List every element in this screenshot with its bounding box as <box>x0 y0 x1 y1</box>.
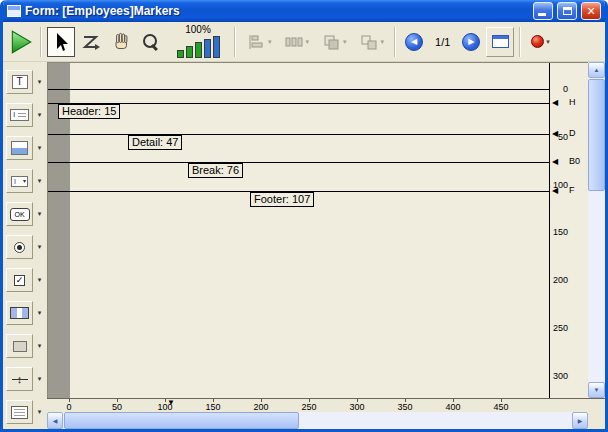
footer-marker-label[interactable]: Footer: 107 <box>250 192 314 207</box>
hand-tool-button[interactable] <box>107 27 135 57</box>
layer-dropdown-icon[interactable]: ▾ <box>343 38 347 46</box>
ruler-tick-mark <box>309 399 310 402</box>
vertical-scrollbar[interactable]: ▲ ▼ <box>588 62 605 398</box>
break-marker-handle-icon[interactable]: ◀ <box>552 157 558 167</box>
execute-form-button[interactable] <box>7 27 35 57</box>
close-button[interactable]: ✕ <box>581 2 601 20</box>
align-icon <box>246 32 266 52</box>
zoom-tool-button[interactable] <box>137 27 165 57</box>
checkbox-tool-icon: ✓ <box>14 275 25 286</box>
mode-dropdown-icon[interactable]: ▾ <box>546 38 550 46</box>
rectangle-tool-button[interactable] <box>6 334 33 358</box>
scroll-right-button[interactable]: ▶ <box>572 412 588 429</box>
scroll-up-button[interactable]: ▲ <box>588 62 605 78</box>
radio-button-tool-button[interactable] <box>6 235 33 259</box>
break-marker-letter: B0 <box>569 156 580 167</box>
header-marker-line[interactable] <box>48 103 549 104</box>
ruler-cursor-icon: ▼ <box>167 398 175 407</box>
footer-marker-letter: F <box>569 185 575 196</box>
distribute-menu-button[interactable]: ▾ <box>284 32 310 52</box>
ruler-tick-mark <box>453 399 454 402</box>
radio-button-tool-dropdown[interactable]: ▾ <box>35 243 44 251</box>
align-dropdown-icon[interactable]: ▾ <box>268 38 272 46</box>
combo-box-tool-button[interactable]: I <box>6 169 33 193</box>
zoom-bar[interactable] <box>177 50 184 58</box>
distribute-dropdown-icon[interactable]: ▾ <box>306 38 310 46</box>
list-box-tool-dropdown[interactable]: ▾ <box>35 408 44 416</box>
zoom-bar[interactable] <box>213 36 220 58</box>
scroll-left-icon: ◀ <box>53 418 58 424</box>
splitter-tool-dropdown[interactable]: ▾ <box>35 375 44 383</box>
header-marker-handle-icon[interactable]: ◀ <box>552 98 558 108</box>
zoom-control[interactable]: 100% <box>167 24 229 60</box>
toolbar-separator <box>234 27 236 57</box>
duplicate-dropdown-icon[interactable]: ▾ <box>381 38 385 46</box>
maximize-button[interactable] <box>557 2 577 20</box>
select-tool-button[interactable] <box>47 27 75 57</box>
tab-control-tool-dropdown[interactable]: ▾ <box>35 309 44 317</box>
magnifier-icon <box>141 32 161 52</box>
field-tool-dropdown[interactable]: ▾ <box>35 111 44 119</box>
align-menu-button[interactable]: ▾ <box>246 32 272 52</box>
zoom-bar[interactable] <box>195 42 202 58</box>
pointer-icon <box>50 31 72 53</box>
rectangle-tool-dropdown[interactable]: ▾ <box>35 342 44 350</box>
button-tool-dropdown[interactable]: ▾ <box>35 210 44 218</box>
ruler-tick-mark <box>261 399 262 402</box>
break-marker-line[interactable] <box>48 162 549 163</box>
form-editor-area: ◀H◀D◀B0◀F050100150200250300 Header: 15De… <box>47 62 605 429</box>
horizontal-ruler: 050100150200250300350400450▼ <box>47 398 588 412</box>
scroll-left-button[interactable]: ◀ <box>47 412 63 429</box>
entry-order-tool-button[interactable] <box>77 27 105 57</box>
next-page-button[interactable]: ▶ <box>462 33 480 51</box>
duplicate-menu-button[interactable]: ▾ <box>359 32 385 52</box>
scroll-right-icon: ▶ <box>578 418 583 424</box>
vertical-ruler-tick: 150 <box>551 227 568 237</box>
tab-control-tool-button[interactable] <box>6 301 33 325</box>
splitter-tool-button[interactable]: ↕ <box>6 367 33 391</box>
horizontal-ruler-tick: 50 <box>107 402 127 412</box>
next-page-icon: ▶ <box>468 38 474 46</box>
zoom-bar[interactable] <box>186 46 193 58</box>
zoom-bars-icon[interactable] <box>177 36 220 58</box>
list-box-tool-button[interactable] <box>6 400 33 424</box>
field-tool-icon: I <box>10 109 29 121</box>
header-marker-label[interactable]: Header: 15 <box>58 104 120 119</box>
previous-page-button[interactable]: ◀ <box>405 33 423 51</box>
splitter-tool-row: ↕ ▾ <box>6 367 44 391</box>
layer-menu-button[interactable]: ▾ <box>321 32 347 52</box>
text-tool-dropdown[interactable]: ▾ <box>35 78 44 86</box>
display-form-button[interactable] <box>486 27 514 57</box>
break-marker-label[interactable]: Break: 76 <box>188 163 243 178</box>
ruler-tick-mark <box>357 399 358 402</box>
splitter-tool-icon: ↕ <box>12 371 28 387</box>
checkbox-tool-dropdown[interactable]: ▾ <box>35 276 44 284</box>
zoom-bar[interactable] <box>204 39 211 58</box>
checkbox-tool-button[interactable]: ✓ <box>6 268 33 292</box>
horizontal-ruler-tick: 200 <box>251 402 271 412</box>
horizontal-scrollbar[interactable]: ◀ ▶ <box>47 412 588 429</box>
minimize-button[interactable] <box>533 2 553 20</box>
group-box-tool-button[interactable] <box>6 136 33 160</box>
form-top-line <box>48 89 549 90</box>
horizontal-ruler-tick: 250 <box>299 402 319 412</box>
detail-marker-label[interactable]: Detail: 47 <box>128 135 182 150</box>
text-tool-button[interactable]: T <box>6 70 33 94</box>
button-tool-row: OK ▾ <box>6 202 44 226</box>
minimize-icon <box>538 13 546 16</box>
scroll-down-button[interactable]: ▼ <box>588 382 605 398</box>
window-body: T ▾ I ▾ ▾ I ▾ OK ▾ ▾ <box>3 62 605 429</box>
mode-menu-button[interactable]: ▾ <box>531 35 550 48</box>
detail-marker-line[interactable] <box>48 134 549 135</box>
horizontal-scroll-thumb[interactable] <box>64 412 299 429</box>
horizontal-ruler-tick: 350 <box>395 402 415 412</box>
group-box-tool-dropdown[interactable]: ▾ <box>35 144 44 152</box>
detail-marker-letter: D <box>569 128 576 139</box>
tab-control-tool-row: ▾ <box>6 301 44 325</box>
field-tool-button[interactable]: I <box>6 103 33 127</box>
vertical-scroll-thumb[interactable] <box>588 79 605 191</box>
title-bar[interactable]: Form: [Employees]Markers ✕ <box>3 0 605 22</box>
combo-box-tool-dropdown[interactable]: ▾ <box>35 177 44 185</box>
button-tool-button[interactable]: OK <box>6 202 33 226</box>
form-canvas[interactable]: ◀H◀D◀B0◀F050100150200250300 Header: 15De… <box>47 62 588 398</box>
